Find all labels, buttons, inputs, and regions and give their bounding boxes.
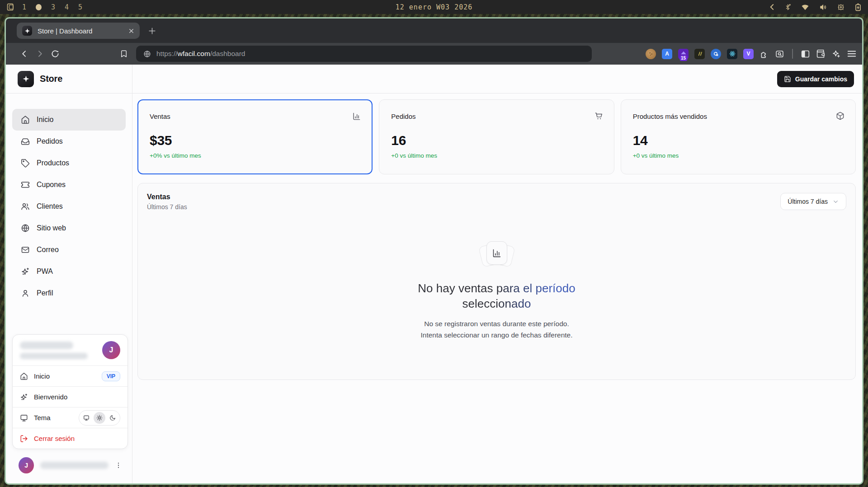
ai-sparkle-icon[interactable] [831,49,841,59]
extensions-puzzle-icon[interactable] [760,49,769,59]
new-tab-button[interactable] [148,27,156,35]
sidebar-item-pwa[interactable]: PWA [12,261,126,282]
url-scheme: https:// [156,50,178,57]
empty-state: No hay ventas para el período selecciona… [138,241,855,341]
main-header: Guardar cambios [132,65,862,93]
sidebar-item-productos[interactable]: Productos [12,152,126,174]
page-search-icon[interactable] [775,49,784,59]
sidebar-item-label: Inicio [37,116,53,124]
browser-window: Store | Dashboard https://wfacil.c [5,17,863,485]
stat-card-ventas[interactable]: Ventas $35 +0% vs último mes [137,99,373,174]
browser-tab-active[interactable]: Store | Dashboard [17,23,140,39]
bookmark-icon[interactable] [116,46,132,61]
ticket-icon [21,180,30,189]
bar-chart-icon [352,112,361,121]
sidebar-nav: Inicio Pedidos Productos Cupones Cliente… [6,94,132,304]
volume-icon[interactable] [819,4,827,11]
home-icon [20,372,28,380]
sidebar-toggle-icon[interactable] [801,49,810,59]
stat-title: Ventas [150,112,361,120]
system-status-bar: 1 3 4 5 12 enero W03 2026 [0,0,868,14]
theme-dark-button[interactable] [107,412,118,424]
sidebar-item-clientes[interactable]: Clientes [12,196,126,217]
address-bar[interactable]: https://wfacil.com/dashboard [136,46,592,62]
battery-charging-icon[interactable] [854,3,862,11]
sidebar-item-label: PWA [37,267,53,276]
sidebar-item-label: Productos [37,159,69,167]
account-options-icon[interactable] [115,462,122,469]
user-menu-item-tema: Tema [13,407,127,428]
monitor-icon [20,414,28,422]
date-range-selector[interactable]: Últimos 7 días [780,193,846,210]
save-button[interactable]: Guardar cambios [777,71,854,87]
user-menu-label: Cerrar sesión [34,435,75,442]
sales-chart-panel: Ventas Últimos 7 días Últimos 7 días [137,183,856,380]
theme-system-button[interactable] [80,412,92,424]
wifi-icon[interactable] [801,4,809,10]
react-devtools-icon[interactable] [727,49,737,59]
sidebar-item-label: Perfil [37,289,53,297]
shield-extension-icon[interactable]: 15 [678,49,689,59]
user-profile-summary[interactable]: J [13,335,127,365]
brand-header: Store [6,65,132,93]
chevron-down-icon [832,198,839,205]
cookie-extension-icon[interactable] [646,49,656,59]
sidebar-item-label: Correo [37,246,59,254]
vue-devtools-icon[interactable]: V [743,49,754,59]
stat-card-productos-mas-vendidos[interactable]: Productos más vendidos 14 +0 vs último m… [621,99,856,174]
globe-icon [21,224,30,233]
users-icon [21,202,30,211]
stat-delta: +0 vs último mes [633,152,844,159]
sidebar-item-perfil[interactable]: Perfil [12,282,126,304]
save-button-label: Guardar cambios [795,75,847,83]
tab-close-icon[interactable] [127,27,135,35]
stat-card-pedidos[interactable]: Pedidos 16 +0 vs último mes [379,99,614,174]
logout-icon [20,435,28,443]
empty-state-line1: No se registraron ventas durante este pe… [420,318,572,330]
toolbar-separator [792,49,793,59]
stat-cards-row: Ventas $35 +0% vs último mes Pedidos 16 … [137,99,856,174]
dashboard-page: Store Inicio Pedidos Productos [6,65,862,483]
user-menu-label: Inicio [34,372,50,380]
main-content: Guardar cambios Ventas $35 +0% vs último… [132,65,862,483]
empty-state-line2: Intenta seleccionar un rango de fechas d… [420,329,572,341]
extension-badge-count: 15 [679,56,687,61]
sidebar-item-pedidos[interactable]: Pedidos [12,131,126,152]
collapse-tray-icon[interactable] [769,4,774,10]
reload-button[interactable] [47,46,63,61]
stylus-extension-icon[interactable] [694,49,705,59]
privacy-extension-icon[interactable] [711,49,721,59]
store-logo-icon [18,71,34,87]
site-globe-icon[interactable] [143,50,151,58]
stat-value: $35 [150,133,361,148]
mail-icon [21,245,30,254]
dashboard-content: Ventas $35 +0% vs último mes Pedidos 16 … [132,94,862,380]
bluetooth-off-icon[interactable] [784,4,791,11]
chart-subtitle: Últimos 7 días [147,203,846,211]
sidebar-item-inicio[interactable]: Inicio [12,109,126,131]
sidebar-item-correo[interactable]: Correo [12,239,126,261]
account-avatar: J [19,457,34,473]
sidebar-item-label: Cupones [37,181,66,189]
stat-delta: +0% vs último mes [150,152,361,159]
cpu-icon[interactable] [837,4,844,11]
user-menu-item-bienvenido[interactable]: Bienvenido [13,386,127,407]
empty-state-description: No se registraron ventas durante este pe… [420,318,572,341]
menu-hamburger-icon[interactable] [847,49,857,58]
forward-button[interactable] [32,46,47,61]
back-button[interactable] [17,46,32,61]
account-row[interactable]: J [19,457,122,473]
stat-delta: +0 vs último mes [391,152,603,159]
sidebar-item-cupones[interactable]: Cupones [12,174,126,196]
user-avatar: J [102,341,120,359]
sidebar-item-sitio-web[interactable]: Sitio web [12,217,126,239]
stat-title: Productos más vendidos [633,112,844,120]
user-menu-item-inicio[interactable]: Inicio VIP [13,365,127,386]
vip-badge: VIP [102,371,120,381]
sidebar-item-label: Pedidos [37,137,63,145]
translate-extension-icon[interactable]: A [662,49,672,59]
theme-light-button[interactable] [94,412,105,424]
user-menu-item-cerrar-sesion[interactable]: Cerrar sesión [13,428,127,449]
user-menu-label: Tema [34,414,51,421]
wallet-icon[interactable] [816,49,826,59]
